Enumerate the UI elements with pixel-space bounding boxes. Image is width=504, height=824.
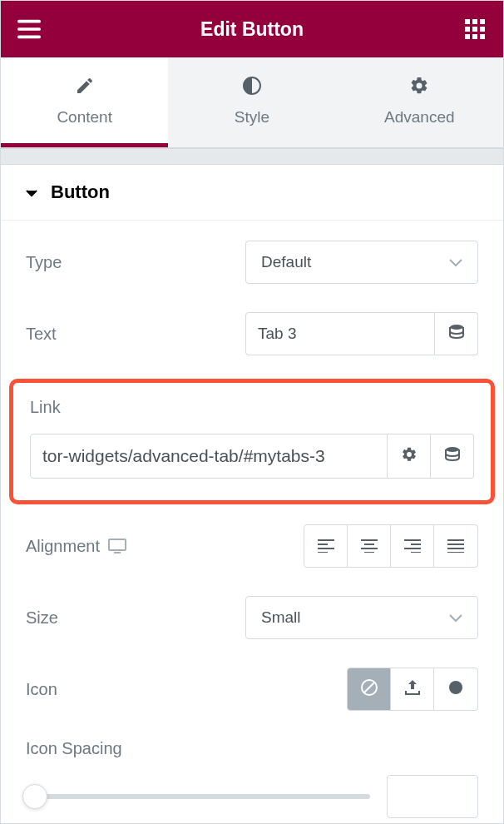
link-dynamic-button[interactable] (431, 434, 474, 479)
svg-point-35 (449, 681, 462, 694)
upload-icon (403, 678, 422, 700)
control-type: Type Default (26, 241, 478, 284)
svg-rect-6 (465, 27, 470, 32)
icon-label: Icon (26, 680, 57, 699)
gear-icon (336, 76, 503, 100)
panel-title: Edit Button (41, 18, 463, 41)
align-right-button[interactable] (391, 525, 434, 567)
text-input-group (245, 312, 478, 355)
text-label: Text (26, 325, 57, 344)
text-input[interactable] (245, 312, 435, 355)
control-alignment: Alignment (26, 524, 478, 568)
svg-rect-4 (472, 19, 477, 24)
icon-spacing-label: Icon Spacing (26, 739, 478, 758)
chevron-down-icon (449, 608, 462, 627)
editor-tabs: Content Style Advanced (1, 57, 503, 148)
control-icon-spacing: Icon Spacing (26, 739, 478, 818)
menu-icon[interactable] (17, 17, 41, 41)
control-icon: Icon (26, 668, 478, 711)
half-circle-icon (168, 76, 335, 100)
ban-icon (360, 678, 378, 700)
svg-rect-8 (480, 27, 485, 32)
desktop-icon[interactable] (108, 539, 126, 553)
link-options-button[interactable] (388, 434, 431, 479)
icon-none-button[interactable] (348, 668, 391, 710)
chevron-down-icon (449, 253, 462, 271)
svg-rect-11 (480, 34, 485, 39)
control-text: Text (26, 312, 478, 355)
link-highlighted-area: Link (9, 379, 495, 504)
svg-rect-3 (465, 19, 470, 24)
tab-content-label: Content (57, 108, 112, 126)
gear-icon (401, 446, 418, 466)
tab-style[interactable]: Style (168, 57, 335, 147)
slider-thumb[interactable] (22, 784, 47, 809)
type-label: Type (26, 253, 62, 272)
pencil-icon (1, 76, 168, 100)
alignment-label: Alignment (26, 537, 100, 556)
panel-header: Edit Button (1, 1, 503, 57)
caret-down-icon (26, 181, 37, 203)
section-button-header[interactable]: Button (1, 165, 503, 221)
type-value: Default (261, 253, 311, 271)
svg-rect-5 (480, 19, 485, 24)
svg-rect-15 (109, 539, 126, 550)
svg-point-14 (446, 447, 459, 452)
align-center-button[interactable] (348, 525, 391, 567)
svg-rect-2 (17, 35, 41, 38)
link-input[interactable] (30, 434, 388, 479)
svg-rect-10 (472, 34, 477, 39)
section-title: Button (51, 181, 110, 203)
tab-style-label: Style (235, 108, 269, 126)
svg-point-13 (450, 325, 463, 330)
svg-rect-1 (17, 27, 41, 31)
circle-icon (448, 680, 463, 698)
tab-content[interactable]: Content (1, 57, 168, 147)
icon-upload-button[interactable] (391, 668, 434, 710)
align-left-button[interactable] (304, 525, 348, 567)
svg-rect-7 (472, 27, 477, 32)
tab-advanced[interactable]: Advanced (336, 57, 503, 147)
icon-spacing-input[interactable] (387, 775, 478, 818)
align-justify-button[interactable] (434, 525, 477, 567)
tab-advanced-label: Advanced (384, 108, 455, 126)
dynamic-tags-button[interactable] (435, 312, 478, 355)
link-input-group (13, 434, 491, 479)
icon-buttons (347, 668, 478, 711)
database-icon (444, 446, 461, 466)
link-label: Link (13, 398, 491, 434)
svg-rect-0 (17, 20, 41, 23)
size-label: Size (26, 608, 58, 628)
icon-library-button[interactable] (434, 668, 477, 710)
size-select[interactable]: Small (245, 596, 478, 639)
size-value: Small (261, 608, 301, 627)
icon-spacing-slider[interactable] (26, 794, 370, 799)
type-select[interactable]: Default (245, 241, 478, 284)
spacer (1, 148, 503, 165)
control-size: Size Small (26, 596, 478, 639)
svg-line-34 (364, 683, 374, 692)
svg-rect-9 (465, 34, 470, 39)
icon-spacing-slider-row (26, 770, 478, 818)
alignment-buttons (304, 524, 478, 568)
controls-area: Type Default Text Link (1, 221, 503, 818)
database-icon (448, 324, 465, 344)
apps-icon[interactable] (463, 17, 487, 41)
